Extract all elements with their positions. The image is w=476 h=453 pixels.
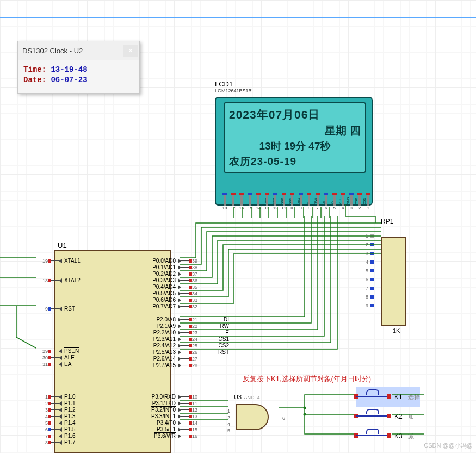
u1-pin-right: 16P3.6/WR: [53, 433, 203, 439]
time-label: Time:: [23, 65, 46, 74]
u1-pin-right: 27P2.6/A14: [53, 356, 203, 362]
u1-ref: U1: [58, 241, 67, 250]
date-value: 06-07-23: [51, 76, 87, 84]
u1-pin-right: 13P3.3/INT1: [53, 413, 203, 419]
component-u1[interactable]: U1 19XTAL118XTAL29RST29PSEN30ALE31EA1P1.…: [54, 250, 171, 453]
component-lcd1[interactable]: LCD1 LGM12641BS1R 2023年07月06日 星期 四 13时 1…: [215, 80, 373, 206]
debug-clock-popup[interactable]: DS1302 Clock - U2 × Time: 13-19-48 Date:…: [17, 41, 140, 94]
u1-pin-right: 34P0.5/AD5: [53, 290, 203, 296]
rp1-pin: 5: [366, 266, 374, 275]
u1-pin-right: 24P2.3/A11CS1: [53, 336, 203, 342]
watermark: CSDN @@小冯@: [424, 442, 473, 450]
lcd-pin: 5: [331, 195, 338, 216]
lcd-pin: 10: [289, 195, 295, 216]
u1-pin-right: 38P0.1/AD1: [53, 264, 203, 270]
u1-pin-right: 14P3.4/T0: [53, 420, 203, 426]
u3-output-pin: 6: [282, 415, 285, 421]
u3-ref: U3: [234, 394, 242, 400]
lcd-ref: LCD1: [215, 80, 373, 88]
lcd-pin: 15: [247, 195, 254, 216]
lcd-line-weekday: 星期 四: [229, 123, 361, 139]
lcd-pin: 6: [323, 195, 329, 216]
lcd-pin: 7: [314, 195, 321, 216]
date-label: Date:: [23, 76, 46, 84]
lcd-pin: 9: [298, 195, 304, 216]
rp1-pin: 6: [366, 275, 374, 284]
lcd-pin: 12: [272, 195, 279, 216]
close-icon[interactable]: ×: [123, 45, 138, 57]
lcd-line-date: 2023年07月06日: [229, 107, 361, 123]
push-button-k2[interactable]: K2加: [356, 407, 420, 426]
u1-pin-right: 11P3.1/TXD: [53, 400, 203, 406]
u1-pin-right: 26P2.5/A13RST: [53, 349, 203, 355]
u1-pin-right: 12P3.2/INT0: [53, 407, 203, 413]
rp1-pin: 8: [366, 293, 374, 301]
lcd-part: LGM12641BS1R: [215, 88, 373, 94]
lcd-pin: 3: [348, 195, 355, 216]
component-rp1[interactable]: RP1 123456789 1K: [381, 218, 406, 326]
lcd-pin: 18: [221, 195, 228, 216]
u3-part: AND_4: [244, 395, 260, 400]
push-button-k3[interactable]: K3减: [356, 426, 420, 446]
time-value: 13-19-48: [51, 65, 87, 74]
lcd-line-time: 13时 19分 47秒: [229, 139, 361, 154]
u1-pin-right: 36P0.3/AD3: [53, 277, 203, 283]
popup-body: Time: 13-19-48 Date: 06-07-23: [18, 60, 139, 93]
u1-pin-left: 8P1.7: [37, 439, 171, 445]
lcd-pin: 4: [339, 195, 346, 216]
lcd-pin: 16: [238, 195, 245, 216]
lcd-pin-row: 181716151413121110987654321: [221, 195, 372, 216]
rp1-pin: 7: [366, 284, 374, 293]
lcd-pin: 2: [356, 195, 363, 216]
popup-title: DS1302 Clock - U2: [22, 47, 83, 55]
u1-pin-right: 22P2.1/A9RW: [53, 323, 203, 329]
rp1-pin: 3: [366, 249, 374, 258]
lcd-pin: 8: [306, 195, 312, 216]
rp1-pin: 4: [366, 258, 374, 266]
u1-pin-right: 15P3.5/T1: [53, 426, 203, 432]
u1-pin-right: 25P2.4/A12CS2: [53, 343, 203, 349]
u1-pin-right: 33P0.6/AD6: [53, 297, 203, 303]
rp1-pin: 9: [366, 301, 374, 310]
u1-pin-right: 37P0.2/AD2: [53, 271, 203, 277]
lcd-screen: 2023年07月06日 星期 四 13时 19分 47秒 农历23-05-19: [224, 102, 366, 173]
rp1-value: 1K: [393, 327, 400, 334]
hint-text: 反复按下K1,选择所调节对象(年月日时分): [243, 374, 371, 384]
lcd-pin: 11: [281, 195, 287, 216]
rp1-ref: RP1: [381, 218, 406, 225]
lcd-pin: 1: [365, 195, 372, 216]
rp1-pins: 123456789: [366, 232, 374, 310]
rp1-pin: 1: [366, 232, 374, 240]
push-button-k1[interactable]: K1选择: [356, 387, 420, 407]
lcd-pin: 13: [264, 195, 270, 216]
u1-pin-right: 32P0.7/AD7: [53, 303, 203, 309]
lcd-line-lunar: 农历23-05-19: [229, 154, 361, 169]
rp1-pin: 2: [366, 240, 374, 249]
u1-pin-right: 39P0.0/AD0: [53, 258, 203, 264]
component-u3[interactable]: U3 AND_4 1245 6: [234, 392, 277, 431]
push-buttons: K1选择K2加K3减: [356, 387, 420, 446]
lcd-pin: 17: [230, 195, 237, 216]
lcd-pin: 14: [255, 195, 262, 216]
u1-pin-right: 10P3.0/RXD: [53, 394, 203, 400]
u1-pin-right: 28P2.7/A15: [53, 362, 203, 368]
u1-pin-right: 23P2.2/A10E: [53, 330, 203, 336]
u1-pin-right: 21P2.0/A8DI: [53, 317, 203, 322]
u1-pin-right: 35P0.4/AD4: [53, 284, 203, 290]
page-divider: [0, 17, 476, 18]
u3-input-pins: 1245: [227, 408, 230, 434]
